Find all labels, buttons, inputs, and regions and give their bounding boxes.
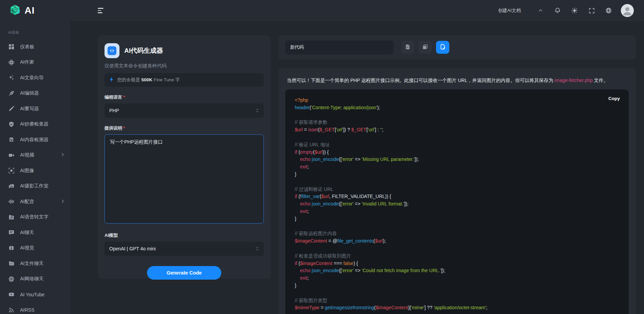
fullscreen-icon[interactable]	[588, 7, 595, 14]
model-label: AI模型	[104, 232, 264, 238]
code-line	[295, 112, 621, 119]
save-document-button[interactable]	[436, 41, 449, 54]
bell-icon[interactable]	[554, 7, 561, 14]
sidebar-item-ai-voiceover[interactable]: AI配音	[0, 194, 70, 210]
sidebar-item-label: AI摄影工作室	[20, 183, 48, 189]
sparkles-icon	[8, 75, 14, 81]
sidebar-item-ai-plagiarism-checker[interactable]: AI抄袭检查器	[0, 117, 70, 132]
sidebar-item-label: AI配音	[20, 199, 34, 205]
balance-amount: 500K	[141, 77, 152, 82]
theme-sun-icon[interactable]	[571, 7, 578, 14]
generate-code-button[interactable]: Generate Code	[147, 266, 221, 280]
required-asterisk: *	[123, 95, 125, 100]
code-line: exit;	[295, 208, 621, 215]
code-block: Copy <?phpheader('Content-Type: applicat…	[285, 89, 629, 314]
code-line: header('Content-Type: application/json')…	[295, 104, 621, 112]
sidebar-item-ai-rss[interactable]: AIRSS	[0, 302, 70, 314]
sidebar-item-label: AI聊天	[20, 230, 34, 236]
model-select[interactable]: OpenAI | GPT 4o mini	[104, 242, 264, 256]
code-line: $url = isset($_GET['url']) ? $_GET['url'…	[295, 126, 621, 134]
pencil-icon	[8, 106, 14, 112]
photo-studio-icon	[8, 183, 14, 189]
copy-code-button[interactable]: Copy	[608, 96, 620, 101]
code-line: exit;	[295, 163, 621, 171]
code-generator-icon	[104, 43, 119, 58]
create-doc-button[interactable]: 创建AI文档	[498, 7, 521, 14]
sidebar-item-label: AI作家	[20, 59, 34, 65]
topbar-actions: 创建AI文档	[498, 4, 644, 17]
chevron-up-icon[interactable]	[537, 7, 544, 14]
sidebar-item-label: AI编辑器	[20, 90, 39, 96]
copy-icon	[422, 44, 428, 51]
document-icon	[405, 44, 410, 51]
instructions-textarea[interactable]: 写一个PHP远程图片接口	[104, 134, 264, 224]
select-arrows-icon	[256, 108, 259, 113]
sidebar-item-label: AIRSS	[20, 307, 34, 313]
code-line	[295, 134, 621, 141]
sidebar-item-label: AI视觉	[20, 245, 34, 251]
code-line: echo json_encode(['error' => 'Invalid UR…	[295, 200, 621, 208]
sidebar-item-label: AI语音转文字	[20, 214, 48, 220]
sidebar-item-ai-writer[interactable]: AIAI作家	[0, 55, 70, 70]
sidebar-item-ai-youtube[interactable]: AI YouTube	[0, 287, 70, 302]
code-line: }	[295, 215, 621, 223]
speech-note-icon	[8, 214, 14, 220]
code-line: // 检查是否成功获取到图片	[295, 252, 621, 260]
code-line	[295, 245, 621, 252]
folder-icon	[8, 261, 14, 267]
sidebar-item-ai-chat[interactable]: AI聊天	[0, 225, 70, 241]
required-asterisk: *	[123, 126, 125, 131]
sidebar-item-label: AI图像	[20, 168, 34, 174]
video-icon	[8, 152, 14, 158]
sidebar-item-ai-editor[interactable]: AI编辑器	[0, 86, 70, 101]
app-root: AI 创建AI文档	[0, 0, 644, 314]
sidebar-item-ai-file-chat[interactable]: AI文件聊天	[0, 256, 70, 271]
chat-icon	[8, 230, 14, 236]
code-line	[295, 290, 621, 297]
sidebar-item-label: 仪表板	[20, 44, 34, 50]
sidebar-item-ai-vision[interactable]: AI视觉	[0, 241, 70, 256]
code-line: // 过滤和验证 URL	[295, 186, 621, 193]
sidebar-item-ai-video[interactable]: AI视频	[0, 148, 70, 163]
new-document-button[interactable]	[401, 41, 414, 54]
code-line: // 获取请求参数	[295, 119, 621, 126]
language-globe-icon[interactable]	[605, 7, 612, 14]
waveform-icon	[8, 199, 14, 205]
sidebar-item-ai-rewriter[interactable]: AI重写器	[0, 101, 70, 117]
sidebar-item-ai-image[interactable]: AI图像	[0, 163, 70, 179]
brain-icon	[8, 245, 14, 251]
code-line: if (!filter_var($url, FILTER_VALIDATE_UR…	[295, 193, 621, 200]
sidebar-item-label: AI抄袭检查器	[20, 121, 48, 127]
avatar[interactable]	[621, 4, 634, 17]
sidebar-item-dashboard[interactable]: 仪表板	[0, 39, 70, 55]
page-title: AI代码生成器	[124, 46, 163, 55]
logo[interactable]: AI	[0, 4, 70, 17]
sidebar-item-label: AI内容检测器	[20, 137, 48, 143]
sidebar-item-ai-content-detector[interactable]: AI内容检测器	[0, 132, 70, 148]
svg-text:AI: AI	[10, 61, 13, 64]
code-line: exit;	[295, 275, 621, 282]
sidebar-item-ai-speech-to-text[interactable]: AI语音转文字	[0, 210, 70, 225]
chevron-right-icon	[61, 152, 65, 158]
language-label: 编程语言*	[104, 94, 264, 100]
filename-highlight: image-fetcher.php	[554, 78, 593, 83]
sidebar-section-label: AI面板	[0, 21, 70, 39]
dashboard-icon	[8, 44, 14, 50]
camera-focus-icon	[8, 168, 14, 174]
code-line: }	[295, 171, 621, 178]
sidebar-item-ai-web-chat[interactable]: AI网络聊天	[0, 271, 70, 287]
code-line	[295, 178, 621, 186]
duplicate-document-button[interactable]	[419, 41, 432, 54]
balance-text: 您的余额是 500K Fine Tune 字	[117, 77, 180, 83]
response-card: 当然可以！下面是一个简单的 PHP 远程图片接口示例。此接口可以接收一个图片 U…	[278, 68, 636, 314]
language-select[interactable]: PHP	[104, 103, 264, 118]
sidebar-item-ai-photo-studio[interactable]: AI摄影工作室	[0, 179, 70, 194]
document-header-card	[278, 35, 636, 60]
doc-title-input[interactable]	[285, 40, 393, 54]
shield-check-icon	[8, 121, 14, 127]
sidebar-item-ai-article-wizard[interactable]: AI文章向导	[0, 70, 70, 86]
hamburger-menu-button[interactable]	[98, 7, 105, 14]
select-arrows-icon	[256, 246, 259, 251]
feather-icon	[8, 90, 14, 96]
sidebar-item-label: AI重写器	[20, 106, 39, 112]
